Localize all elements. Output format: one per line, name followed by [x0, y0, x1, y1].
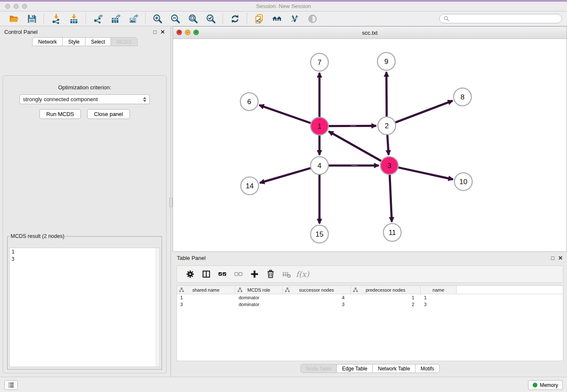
tab-node-table[interactable]: Node Table: [300, 364, 337, 373]
delete-column-icon[interactable]: [262, 268, 278, 281]
table-cell: 2: [351, 302, 421, 307]
network-graph[interactable]: 7968124314101511: [173, 39, 567, 251]
mcds-result-list[interactable]: 1 3: [10, 248, 156, 367]
zoom-selected-icon[interactable]: [202, 12, 220, 25]
save-session-icon[interactable]: [23, 12, 41, 25]
table-cell: dominator: [235, 302, 283, 307]
hierarchy-icon: [179, 287, 184, 293]
optimization-criterion-label: Optimization criterion:: [3, 84, 166, 91]
duplicate-network-icon[interactable]: [250, 12, 268, 25]
graph-node-4[interactable]: 4: [311, 157, 328, 174]
table-header-row: shared nameMCDS rolesuccessor nodesprede…: [177, 286, 563, 294]
close-panel-icon[interactable]: ✕: [160, 29, 165, 35]
network-window-zoom-button[interactable]: +: [193, 30, 199, 35]
column-header-successor-nodes[interactable]: successor nodes: [283, 286, 351, 294]
tab-network[interactable]: Network: [32, 37, 63, 46]
tab-motifs[interactable]: Motifs: [415, 364, 440, 373]
export-table-icon[interactable]: [107, 12, 124, 25]
show-columns-icon[interactable]: [198, 268, 214, 281]
tab-style[interactable]: Style: [62, 37, 85, 46]
graph-edge-3-1[interactable]: [329, 131, 381, 161]
node-label: 7: [317, 58, 321, 66]
graph-node-1[interactable]: 1: [311, 117, 328, 135]
table-cell: 1: [421, 295, 457, 300]
close-table-panel-icon[interactable]: ✕: [558, 255, 563, 261]
column-header-name[interactable]: name: [421, 286, 457, 294]
column-header-predecessor-nodes[interactable]: predecessor nodes: [351, 286, 421, 294]
graph-node-9[interactable]: 9: [377, 52, 395, 70]
select-all-icon[interactable]: [214, 268, 230, 281]
graph-edge-3-11[interactable]: [390, 175, 392, 222]
optimization-criterion-select[interactable]: strongly connected component: [19, 94, 150, 104]
node-table: shared nameMCDS rolesuccessor nodesprede…: [176, 285, 563, 361]
graph-node-8[interactable]: 8: [454, 88, 471, 106]
search-box[interactable]: [439, 14, 562, 23]
home-icon[interactable]: [268, 12, 286, 25]
tab-select[interactable]: Select: [85, 37, 111, 46]
dropdown-selected-value: strongly connected component: [23, 96, 98, 102]
column-header-shared-name[interactable]: shared name: [177, 286, 235, 294]
vizmapper-icon[interactable]: [286, 12, 303, 25]
import-network-icon[interactable]: [47, 12, 65, 25]
run-mcds-button[interactable]: Run MCDS: [39, 109, 81, 119]
splitter-grip[interactable]: [169, 198, 173, 207]
zoom-in-icon[interactable]: [149, 12, 166, 25]
edge-label-mark: [350, 126, 356, 127]
toolbar-separator: [85, 13, 86, 24]
graph-edge-2-3[interactable]: [387, 135, 388, 155]
tab-network-table[interactable]: Network Table: [372, 364, 416, 373]
network-window-minimize-button[interactable]: −: [185, 30, 190, 35]
node-label: 8: [460, 93, 464, 101]
node-label: 15: [316, 230, 324, 238]
memory-button[interactable]: Memory: [528, 380, 563, 390]
graph-node-10[interactable]: 10: [454, 173, 472, 190]
zoom-fit-icon[interactable]: [184, 12, 202, 25]
add-column-icon[interactable]: [246, 268, 262, 281]
mcds-panel: Optimization criterion: strongly connect…: [3, 75, 167, 373]
graph-edge-4-14[interactable]: [260, 168, 311, 183]
task-history-button[interactable]: [4, 380, 18, 390]
hierarchy-icon: [285, 287, 290, 293]
table-row[interactable]: 3dominator323: [177, 301, 563, 308]
tab-mcds[interactable]: MCDS: [110, 37, 137, 46]
graph-edge-2-9[interactable]: [386, 72, 387, 116]
app-titlebar: Session: New Session: [0, 0, 567, 11]
result-scrollbar[interactable]: [156, 248, 160, 367]
graph-node-11[interactable]: 11: [383, 224, 401, 241]
network-window-close-button[interactable]: ✕: [176, 30, 182, 35]
search-input[interactable]: [451, 15, 558, 22]
graph-node-15[interactable]: 15: [311, 225, 328, 243]
graph-node-3[interactable]: 3: [380, 157, 398, 174]
table-settings-icon[interactable]: [182, 268, 198, 281]
node-label: 6: [247, 98, 251, 106]
export-image-icon[interactable]: [124, 12, 142, 25]
float-panel-icon[interactable]: □: [153, 29, 157, 35]
tab-edge-table[interactable]: Edge Table: [336, 364, 373, 373]
deselect-all-icon[interactable]: [230, 268, 246, 281]
import-table-icon[interactable]: [65, 12, 83, 25]
open-session-icon[interactable]: [5, 12, 23, 25]
graph-node-7[interactable]: 7: [311, 53, 328, 71]
float-table-panel-icon[interactable]: □: [551, 255, 554, 261]
refresh-layout-icon[interactable]: [226, 12, 244, 25]
panel-splitter[interactable]: [169, 26, 173, 377]
graph-node-2[interactable]: 2: [378, 117, 396, 135]
close-panel-button[interactable]: Close panel: [87, 109, 130, 119]
graph-node-14[interactable]: 14: [241, 177, 259, 195]
graph-edge-2-8[interactable]: [396, 101, 453, 122]
graph-edge-3-10[interactable]: [398, 168, 453, 179]
toolbar-separator: [247, 13, 247, 24]
table-cell: 3: [421, 302, 457, 307]
titlebar-accent-strip: [0, 0, 567, 2]
node-label: 14: [246, 182, 254, 190]
table-row[interactable]: 1dominator411: [177, 294, 563, 301]
memory-label: Memory: [540, 382, 558, 388]
export-network-icon[interactable]: [89, 12, 107, 25]
graph-edge-1-6[interactable]: [259, 105, 311, 123]
node-label: 9: [384, 58, 388, 66]
graph-node-6[interactable]: 6: [240, 93, 258, 110]
column-header-mcds-role[interactable]: MCDS role: [235, 286, 283, 294]
table-cell: 3: [177, 302, 235, 307]
node-label: 10: [460, 178, 468, 186]
zoom-out-icon[interactable]: [166, 12, 184, 25]
